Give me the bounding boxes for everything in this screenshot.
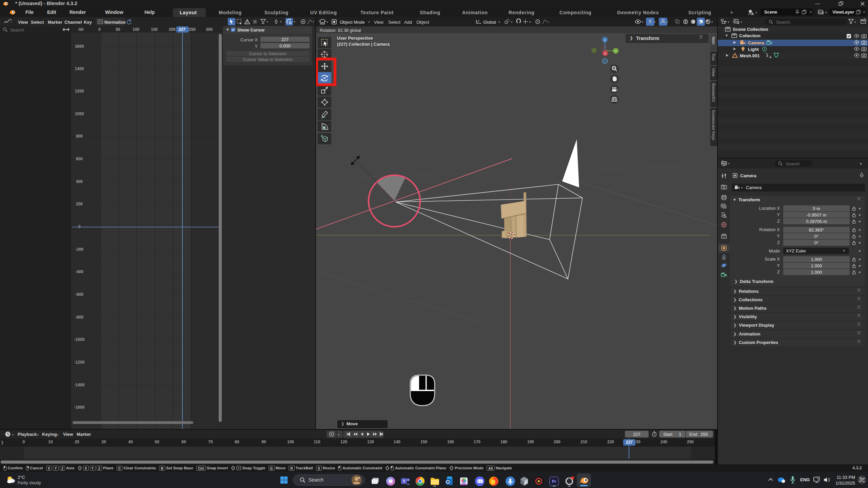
svg-text:Y: Y [615, 49, 617, 53]
svg-text:X: X [604, 52, 606, 55]
svg-text:Pr: Pr [552, 479, 556, 484]
svg-text:T: T [403, 479, 405, 483]
svg-text:Z: Z [604, 38, 606, 42]
